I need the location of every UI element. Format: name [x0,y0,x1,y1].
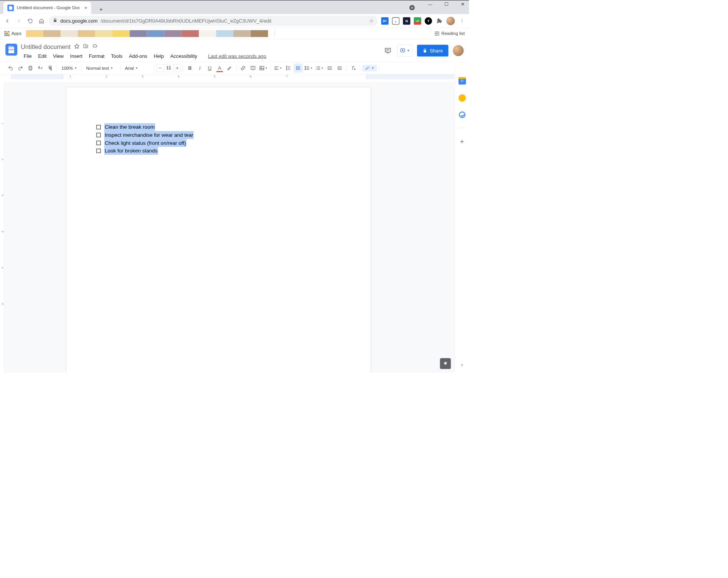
extension-pocket-icon[interactable]: ⌄ [392,17,399,25]
menu-format[interactable]: Format [86,52,107,60]
tasks-addon-icon[interactable] [459,111,465,118]
increase-indent-button[interactable] [335,64,344,72]
italic-button[interactable]: I [195,64,204,72]
apps-button[interactable]: Apps [5,31,21,36]
move-folder-icon[interactable] [83,43,88,50]
clear-formatting-button[interactable] [348,64,358,72]
decrease-font-button[interactable]: − [157,65,164,71]
insert-link-button[interactable] [238,64,248,72]
menu-help[interactable]: Help [151,52,167,60]
reading-list-button[interactable]: Reading list [434,31,465,36]
bookmark-swatch[interactable] [78,30,95,37]
checklist-text[interactable]: Check light status (front on/rear off) [104,139,186,147]
chrome-profile-avatar[interactable] [446,16,455,25]
get-addons-button[interactable]: + [460,138,464,146]
profile-indicator-icon[interactable]: ▾ [409,5,415,10]
undo-button[interactable] [6,64,15,72]
maximize-button[interactable]: ☐ [442,2,451,7]
horizontal-ruler[interactable]: 1234567 [11,74,454,79]
account-avatar[interactable] [453,45,463,56]
back-button[interactable] [3,17,12,25]
extensions-menu-icon[interactable] [435,17,443,25]
add-comment-button[interactable] [248,64,258,72]
spellcheck-button[interactable] [36,64,45,72]
editor-scroll[interactable]: Clean the break roomInspect merchandise … [3,82,454,372]
highlight-color-button[interactable] [225,64,234,72]
bookmark-swatch[interactable] [130,30,147,37]
font-dropdown[interactable]: Arial▼ [123,64,152,72]
font-size-input[interactable] [164,64,174,72]
extension-t-icon[interactable]: T [425,17,432,25]
checklist-text[interactable]: Inspect merchandise for wear and tear [104,131,194,139]
checklist-item[interactable]: Look for broken stands [96,147,341,155]
last-edit-link[interactable]: Last edit was seconds ago [205,52,269,60]
bookmark-swatch[interactable] [216,30,233,37]
styles-dropdown[interactable]: Normal text▼ [84,64,118,72]
checklist-item[interactable]: Clean the break room [96,123,341,131]
underline-button[interactable]: U [205,64,214,72]
bookmark-swatch[interactable] [26,30,43,37]
document-title[interactable]: Untitled document [21,43,71,50]
print-button[interactable] [26,64,35,72]
insert-image-button[interactable]: ▼ [258,64,268,72]
extension-n-icon[interactable]: N [403,17,410,25]
comments-history-icon[interactable] [383,46,393,56]
star-icon[interactable] [74,43,79,50]
text-color-button[interactable]: A [215,64,224,72]
line-spacing-button[interactable] [284,64,293,72]
checklist-text[interactable]: Look for broken stands [104,147,158,155]
reload-button[interactable] [26,17,34,25]
docs-logo-icon[interactable] [5,44,17,56]
paint-format-button[interactable] [46,64,55,72]
checkbox-icon[interactable] [96,149,101,153]
zoom-dropdown[interactable]: 100%▼ [59,64,79,72]
checkbox-icon[interactable] [96,133,101,138]
forward-button[interactable] [15,17,23,25]
bookmark-swatch[interactable] [43,30,61,37]
bookmark-swatch[interactable] [233,30,251,37]
menu-file[interactable]: File [21,52,35,60]
tab-close-icon[interactable]: × [84,5,87,11]
bookmark-swatch[interactable] [112,30,130,37]
chrome-menu-icon[interactable]: ⋮ [458,17,465,25]
menu-insert[interactable]: Insert [67,52,85,60]
share-button[interactable]: Share [417,45,449,57]
align-button[interactable]: ▼ [273,64,283,72]
checklist-button[interactable] [293,64,302,72]
new-tab-button[interactable]: + [96,4,106,14]
menu-tools[interactable]: Tools [108,52,126,60]
bookmark-star-icon[interactable]: ☆ [369,18,374,24]
numbered-list-button[interactable]: 123▼ [314,64,324,72]
checklist-text[interactable]: Clean the break room [104,123,155,131]
editing-mode-button[interactable]: ▼ [362,65,377,71]
keep-addon-icon[interactable] [458,94,466,102]
checklist-item[interactable]: Check light status (front on/rear off) [96,139,341,147]
home-button[interactable] [38,17,46,25]
present-button[interactable]: ▼ [397,45,412,57]
bookmark-swatch[interactable] [147,30,164,37]
explore-button[interactable] [440,358,451,369]
bold-button[interactable]: B [185,64,194,72]
bookmark-swatch[interactable] [199,30,216,37]
minimize-button[interactable]: — [426,2,434,7]
menu-add-ons[interactable]: Add-ons [126,52,150,60]
redo-button[interactable] [16,64,25,72]
bookmark-swatch[interactable] [182,30,199,37]
bulleted-list-button[interactable]: ▼ [303,64,314,72]
bookmark-swatch[interactable] [95,30,112,37]
close-window-button[interactable]: ✕ [458,2,467,7]
checkbox-icon[interactable] [96,141,101,145]
extension-adblock-icon[interactable]: off [414,17,421,25]
bookmark-swatch[interactable] [164,30,182,37]
menu-accessibility[interactable]: Accessibility [168,52,200,60]
url-bar[interactable]: docs.google.com/document/d/1ts7GgDR0A49U… [49,16,378,26]
browser-tab[interactable]: Untitled document - Google Doc × [3,2,91,14]
extension-translate-icon[interactable]: 9+ [381,17,388,25]
menu-view[interactable]: View [50,52,67,60]
checklist-item[interactable]: Inspect merchandise for wear and tear [96,131,341,139]
checkbox-icon[interactable] [96,125,101,129]
decrease-indent-button[interactable] [325,64,334,72]
document-page[interactable]: Clean the break roomInspect merchandise … [67,87,371,372]
hide-side-panel-button[interactable]: › [461,362,463,368]
bookmark-swatch[interactable] [251,30,268,37]
